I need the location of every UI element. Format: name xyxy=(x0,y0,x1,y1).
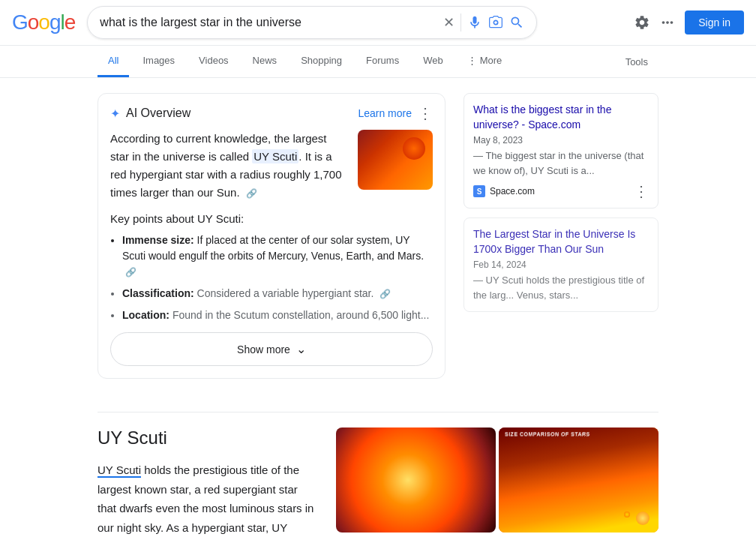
key-point-bold-class: Classification: xyxy=(122,287,194,299)
navigation-tabs: All Images Videos News Shopping Forums W… xyxy=(0,46,756,78)
uy-scuti-title: UY Scuti xyxy=(98,428,318,448)
tab-news[interactable]: News xyxy=(242,46,288,77)
uy-scuti-body: UY Scuti holds the prestigious title of … xyxy=(98,460,318,540)
chevron-down-icon: ⌄ xyxy=(296,342,306,356)
article-2-title: The Largest Star in the Universe Is 1700… xyxy=(473,227,649,256)
ai-overview-text: According to current knowledge, the larg… xyxy=(110,130,346,202)
search-bar-wrapper: ✕ xyxy=(87,6,537,39)
search-input[interactable] xyxy=(100,16,437,29)
learn-more-link[interactable]: Learn more xyxy=(358,107,412,119)
tab-web[interactable]: Web xyxy=(412,46,454,77)
key-point-bold-size: Immense size: xyxy=(122,234,194,246)
search-icon[interactable] xyxy=(509,15,524,30)
ai-image-placeholder xyxy=(358,130,433,190)
uy-scuti-section: UY Scuti UY Scuti holds the prestigious … xyxy=(0,412,756,540)
ai-overview-image xyxy=(358,130,433,190)
uy-image-1 xyxy=(336,428,496,532)
key-point-classification: Classification: Considered a variable hy… xyxy=(122,286,433,302)
article-1-title: What is the biggest star in the universe… xyxy=(473,103,649,132)
uy-scuti-highlight: UY Scuti xyxy=(252,149,298,164)
uy-image-2: SIZE COMPARISON OF STARS xyxy=(499,428,658,532)
ai-overview-header: ✦ AI Overview Learn more ⋮ xyxy=(110,106,433,121)
article-card-1[interactable]: What is the biggest star in the universe… xyxy=(464,93,658,208)
article-1-source: S Space.com ⋮ xyxy=(473,184,649,199)
google-logo: Google xyxy=(12,10,75,34)
uy-scuti-highlighted-term: UY Scuti xyxy=(98,464,141,478)
ai-star-icon: ✦ xyxy=(110,106,120,121)
ai-overview-title: ✦ AI Overview xyxy=(110,106,190,121)
tab-all[interactable]: All xyxy=(98,46,129,77)
link-icon[interactable]: 🔗 xyxy=(246,188,257,199)
settings-icon[interactable] xyxy=(634,14,650,31)
article-2-snippet: — UY Scuti holds the prestigious title o… xyxy=(473,273,649,302)
logo-o2: o xyxy=(38,10,50,34)
header-right: Sign in xyxy=(634,10,744,34)
camera-icon[interactable] xyxy=(488,15,503,30)
main-content: ✦ AI Overview Learn more ⋮ According to … xyxy=(0,78,756,412)
more-options-icon[interactable]: ⋮ xyxy=(418,106,433,121)
divider xyxy=(460,14,461,32)
article-1-date: May 8, 2023 xyxy=(473,135,649,146)
tab-forums[interactable]: Forums xyxy=(356,46,410,77)
right-panel: What is the biggest star in the universe… xyxy=(464,93,658,397)
logo-g2: g xyxy=(50,10,61,34)
article-1-more-icon[interactable]: ⋮ xyxy=(634,184,649,199)
article-1-snippet: — The biggest star in the universe (that… xyxy=(473,148,649,178)
search-bar: ✕ xyxy=(87,6,537,39)
ai-overview-box: ✦ AI Overview Learn more ⋮ According to … xyxy=(98,93,446,379)
link-icon-class[interactable]: 🔗 xyxy=(380,289,391,299)
microphone-icon[interactable] xyxy=(467,15,482,30)
key-points: Key points about UY Scuti: Immense size:… xyxy=(110,212,433,323)
tab-images[interactable]: Images xyxy=(132,46,185,77)
key-point-bold-loc: Location: xyxy=(122,309,170,321)
header: Google ✕ xyxy=(0,0,756,46)
key-point-text-loc: Found in the Scutum constellation, aroun… xyxy=(172,309,429,321)
logo-o1: o xyxy=(28,10,39,34)
key-point-location: Location: Found in the Scutum constellat… xyxy=(122,308,433,323)
ai-content: According to current knowledge, the larg… xyxy=(110,130,433,202)
tab-videos[interactable]: Videos xyxy=(188,46,239,77)
article-2-date: Feb 14, 2024 xyxy=(473,260,649,270)
apps-icon[interactable] xyxy=(659,14,676,31)
source-info-1: S Space.com xyxy=(473,185,535,197)
link-icon-size[interactable]: 🔗 xyxy=(125,267,136,278)
clear-button[interactable]: ✕ xyxy=(443,14,454,31)
key-point-size: Immense size: If placed at the center of… xyxy=(122,232,433,280)
key-points-list: Immense size: If placed at the center of… xyxy=(122,232,433,323)
ai-header-right: Learn more ⋮ xyxy=(358,106,433,121)
uy-text-panel: UY Scuti UY Scuti holds the prestigious … xyxy=(98,428,318,540)
signin-button[interactable]: Sign in xyxy=(685,10,744,34)
key-point-text-class: Considered a variable hypergiant star. xyxy=(197,287,374,299)
logo-e: e xyxy=(64,10,76,34)
uy-image-panel: SIZE COMPARISON OF STARS xyxy=(336,428,658,540)
show-more-button[interactable]: Show more ⌄ xyxy=(110,332,433,366)
logo-g: G xyxy=(12,10,28,34)
tab-shopping[interactable]: Shopping xyxy=(290,46,352,77)
article-card-2[interactable]: The Largest Star in the Universe Is 1700… xyxy=(464,218,658,312)
key-points-title: Key points about UY Scuti: xyxy=(110,212,433,225)
svg-point-0 xyxy=(494,20,498,24)
tab-more[interactable]: ⋮ More xyxy=(457,46,513,77)
source-icon-1: S xyxy=(473,185,485,197)
tools-button[interactable]: Tools xyxy=(615,47,658,76)
left-panel: ✦ AI Overview Learn more ⋮ According to … xyxy=(98,93,446,397)
